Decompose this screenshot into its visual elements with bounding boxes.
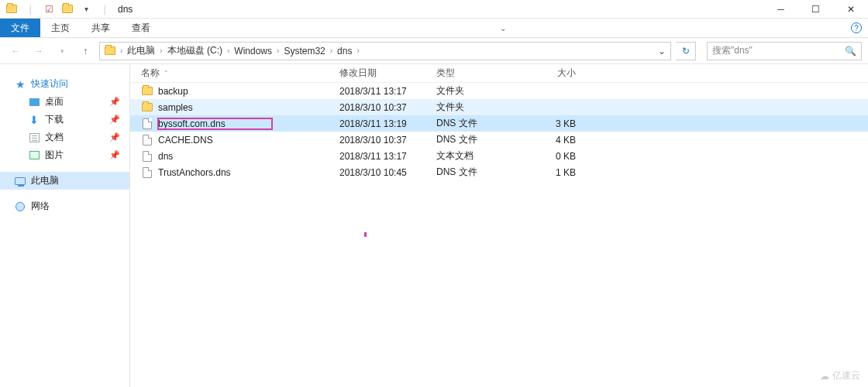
up-button[interactable]: ↑: [76, 42, 95, 60]
star-icon: ★: [14, 78, 26, 91]
breadcrumb-item[interactable]: Windows: [231, 46, 275, 57]
chevron-right-icon[interactable]: ›: [226, 46, 231, 55]
chevron-right-icon[interactable]: ›: [119, 46, 124, 55]
pin-icon: 📌: [109, 97, 120, 107]
sidebar-quick-access[interactable]: ★ 快速访问: [0, 75, 129, 93]
sidebar-label: 快速访问: [31, 77, 68, 91]
watermark-text: 亿速云: [832, 369, 860, 382]
pin-icon: 📌: [109, 115, 120, 125]
qat-separator: |: [23, 2, 37, 16]
file-name: backup: [158, 86, 188, 97]
sidebar-item-label: 此电脑: [31, 174, 59, 187]
refresh-button[interactable]: ↻: [676, 42, 696, 60]
sidebar-item-downloads[interactable]: ⬇ 下载 📌: [0, 111, 129, 128]
search-input[interactable]: 搜索"dns" 🔍: [707, 42, 862, 60]
sort-indicator-icon: ˄: [164, 70, 168, 77]
window-title: dns: [118, 4, 133, 15]
pin-icon: 📌: [109, 150, 120, 160]
sidebar-item-pictures[interactable]: 图片 📌: [0, 146, 129, 164]
qat-divider: |: [98, 2, 112, 16]
file-row[interactable]: TrustAnchors.dns2018/3/10 10:45DNS 文件1 K…: [130, 164, 868, 180]
folder-icon: [141, 85, 153, 98]
file-row[interactable]: backup2018/3/11 13:17文件夹: [130, 83, 868, 99]
cloud-icon: ☁: [820, 371, 829, 382]
sidebar-item-documents[interactable]: 文档 📌: [0, 128, 129, 146]
chevron-right-icon[interactable]: ›: [158, 46, 164, 55]
desktop-icon: [28, 96, 40, 108]
chevron-right-icon[interactable]: ›: [355, 46, 360, 55]
file-date: 2018/3/10 10:37: [339, 135, 436, 146]
file-list-pane: 名称 ˄ 修改日期 类型 大小 backup2018/3/11 13:17文件夹…: [130, 64, 868, 387]
qat-dropdown-icon[interactable]: ▾: [79, 2, 93, 16]
navigation-pane: ★ 快速访问 桌面 📌 ⬇ 下载 📌 文档 📌 图片 📌 此电脑: [0, 64, 130, 387]
titlebar: | ☑ ▾ | dns ─ ☐ ✕: [0, 0, 868, 19]
sidebar-item-thispc[interactable]: 此电脑: [0, 172, 129, 190]
ribbon-tabs: 文件 主页 共享 查看 ⌄ ?: [0, 19, 868, 38]
file-icon: [141, 150, 153, 163]
folder-icon[interactable]: [5, 2, 19, 16]
properties-icon[interactable]: ☑: [42, 2, 56, 16]
pin-icon: 📌: [109, 132, 120, 142]
sidebar-item-desktop[interactable]: 桌面 📌: [0, 93, 129, 111]
column-header-size[interactable]: 大小: [528, 67, 582, 80]
breadcrumb-item[interactable]: 此电脑: [124, 44, 158, 57]
breadcrumb-root-icon[interactable]: [102, 46, 119, 55]
column-headers: 名称 ˄ 修改日期 类型 大小: [130, 64, 868, 83]
forward-button[interactable]: →: [29, 42, 48, 60]
file-size: 4 KB: [528, 135, 582, 146]
recent-dropdown[interactable]: ▾: [53, 42, 71, 60]
file-type: 文件夹: [436, 101, 528, 114]
close-button[interactable]: ✕: [833, 0, 868, 19]
file-date: 2018/3/11 13:19: [339, 118, 436, 129]
content-area: ★ 快速访问 桌面 📌 ⬇ 下载 📌 文档 📌 图片 📌 此电脑: [0, 64, 868, 387]
computer-icon: [14, 175, 26, 187]
chevron-right-icon[interactable]: ›: [275, 46, 281, 55]
breadcrumb-item[interactable]: 本地磁盘 (C:): [164, 44, 226, 57]
help-button[interactable]: ?: [845, 19, 868, 37]
search-icon[interactable]: 🔍: [845, 46, 856, 57]
file-name: TrustAnchors.dns: [158, 167, 231, 178]
file-type: DNS 文件: [436, 133, 528, 146]
back-button[interactable]: ←: [6, 42, 25, 60]
column-header-type[interactable]: 类型: [436, 67, 528, 80]
window-controls: ─ ☐ ✕: [763, 0, 868, 19]
sidebar-item-label: 网络: [31, 200, 50, 213]
sidebar-item-label: 文档: [45, 131, 64, 144]
file-row[interactable]: dns2018/3/11 13:17文本文档0 KB: [130, 148, 868, 164]
address-bar[interactable]: › 此电脑 › 本地磁盘 (C:) › Windows › System32 ›…: [99, 42, 671, 60]
file-date: 2018/3/10 10:45: [339, 167, 436, 178]
address-dropdown-icon[interactable]: ⌄: [655, 46, 669, 57]
column-header-date[interactable]: 修改日期: [339, 67, 436, 80]
file-type: 文件夹: [436, 84, 528, 98]
network-icon: [14, 200, 26, 213]
file-icon: [141, 134, 153, 146]
tab-home[interactable]: 主页: [40, 19, 81, 37]
folder-icon-2[interactable]: [60, 2, 74, 16]
breadcrumb-item[interactable]: dns: [334, 46, 355, 57]
file-row[interactable]: CACHE.DNS2018/3/10 10:37DNS 文件4 KB: [130, 132, 868, 148]
search-placeholder: 搜索"dns": [712, 44, 845, 57]
file-size: 1 KB: [528, 167, 582, 178]
watermark: ☁ 亿速云: [820, 369, 860, 382]
tab-share[interactable]: 共享: [81, 19, 121, 37]
ribbon-collapse[interactable]: ⌄: [491, 19, 515, 37]
chevron-right-icon[interactable]: ›: [329, 46, 334, 55]
navigation-bar: ← → ▾ ↑ › 此电脑 › 本地磁盘 (C:) › Windows › Sy…: [0, 38, 868, 64]
maximize-button[interactable]: ☐: [798, 0, 833, 19]
file-type: DNS 文件: [436, 117, 528, 130]
sidebar-item-label: 图片: [45, 149, 64, 162]
file-size: 0 KB: [528, 151, 582, 162]
file-list: backup2018/3/11 13:17文件夹samples2018/3/10…: [130, 83, 868, 180]
minimize-button[interactable]: ─: [763, 0, 798, 19]
file-row[interactable]: byssoft.com.dns2018/3/11 13:19DNS 文件3 KB: [130, 115, 868, 132]
file-size: 3 KB: [528, 118, 582, 129]
picture-icon: [28, 149, 40, 162]
file-tab[interactable]: 文件: [0, 19, 40, 37]
sidebar-item-network[interactable]: 网络: [0, 197, 129, 215]
file-icon: [141, 166, 153, 179]
file-row[interactable]: samples2018/3/10 10:37文件夹: [130, 99, 868, 115]
sidebar-item-label: 桌面: [45, 95, 64, 108]
column-header-name[interactable]: 名称 ˄: [141, 67, 339, 80]
tab-view[interactable]: 查看: [121, 19, 161, 37]
breadcrumb-item[interactable]: System32: [281, 46, 328, 57]
